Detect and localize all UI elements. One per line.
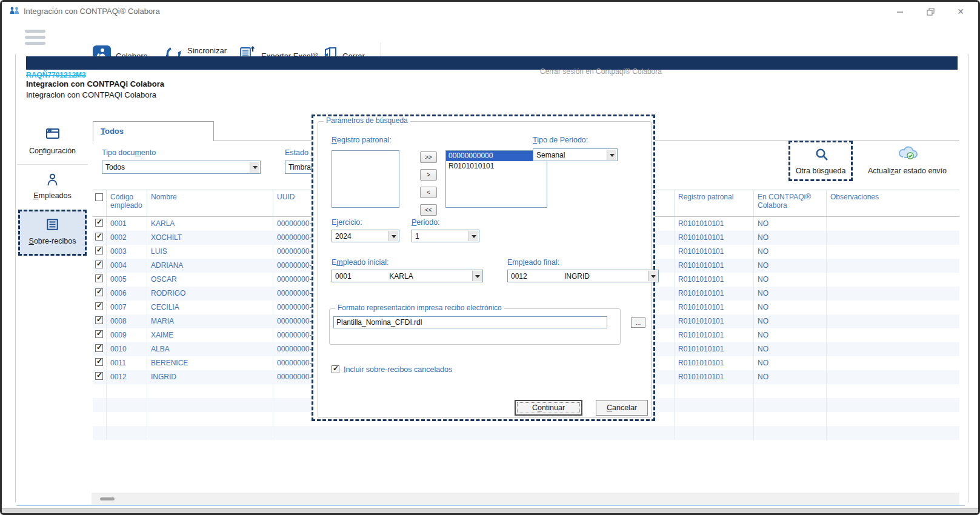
registro-patronal-item[interactable]: 00000000000 [446, 151, 547, 161]
actualizar-estado-envio-button[interactable]: Actualizar estado envío [855, 141, 959, 181]
receipts-list-icon [20, 219, 85, 230]
registro-patronal-label: Registro patronal: [332, 136, 392, 144]
select-all-checkbox[interactable] [95, 193, 103, 201]
actualizar-label: Actualizar estado envío [855, 167, 959, 175]
sidebar-label-configuracion: Configuración [17, 147, 88, 155]
company-rfc: RAQÑ7701212M3 [26, 71, 86, 79]
window-title: Integración con CONTPAQi® Colabora [24, 7, 160, 16]
row-checkbox[interactable] [95, 372, 103, 380]
close-button[interactable]: ✕ [948, 4, 973, 19]
header-codigo-empleado[interactable]: Código empleado [107, 190, 147, 216]
ejercicio-label: Ejercicio: [332, 218, 362, 227]
select-all-checkbox-cell [93, 190, 107, 216]
tipo-periodo-select[interactable]: Semanal [533, 148, 618, 161]
search-icon [815, 147, 829, 164]
app-window: Integración con CONTPAQi® Colabora ✕ Col… [0, 0, 980, 515]
periodo-value: 1 [415, 232, 467, 241]
sidebar-item-sobre-recibos[interactable]: Sobre-recibos [18, 210, 87, 256]
sidebar-label-sobre-recibos: Sobre-recibos [20, 237, 85, 245]
tipo-documento-select[interactable]: Todos [102, 161, 261, 174]
incluir-cancelados-label: Incluir sobre-recibos cancelados [344, 365, 452, 374]
frame-line-right [968, 54, 968, 502]
row-checkbox[interactable] [95, 316, 103, 324]
formato-title: Formato representación impresa recibo el… [335, 304, 504, 312]
continuar-button[interactable]: Continuar [515, 400, 582, 416]
ejercicio-select[interactable]: 2024 [332, 230, 399, 242]
chevron-down-icon[interactable] [250, 162, 259, 173]
search-dialog: Parámetros de búsqueda Registro patronal… [312, 115, 655, 421]
sidebar-item-configuracion[interactable]: Configuración [17, 120, 88, 164]
empleado-inicial-name: KARLA [332, 272, 470, 281]
frame-line-bottom [16, 505, 965, 506]
tab-todos-label: Todos [101, 127, 124, 136]
restore-button[interactable] [918, 4, 942, 19]
sidebar-label-empleados: Empleados [17, 191, 88, 200]
empleado-inicial-select[interactable]: 0001 KARLA [332, 270, 483, 282]
registro-available-list[interactable] [332, 150, 399, 208]
horizontal-scrollbar[interactable] [92, 493, 959, 505]
formato-input[interactable]: Plantilla_Nomina_CFDI.rdl [333, 316, 607, 328]
window-config-icon [17, 128, 88, 139]
row-checkbox[interactable] [95, 233, 103, 241]
tipo-periodo-value: Semanal [536, 151, 605, 159]
row-checkbox[interactable] [95, 288, 103, 296]
move-button[interactable]: < [420, 187, 437, 198]
tab-todos[interactable]: Todos [93, 121, 214, 141]
chevron-down-icon[interactable] [607, 150, 616, 160]
cloud-check-icon [898, 144, 919, 164]
table-row-empty [93, 426, 959, 440]
person-icon [17, 173, 88, 186]
window-bottom-strip [2, 508, 978, 515]
move-button[interactable]: >> [420, 151, 437, 163]
empleado-final-select[interactable]: 0012 INGRID [507, 270, 659, 282]
header-navy-band [26, 56, 958, 70]
otra-busqueda-button[interactable]: Otra búsqueda [788, 141, 853, 181]
header-nombre[interactable]: Nombre [147, 190, 273, 216]
move-button[interactable]: << [420, 204, 437, 216]
row-checkbox[interactable] [95, 261, 103, 268]
scrollbar-thumb[interactable] [100, 497, 115, 500]
row-checkbox[interactable] [95, 219, 103, 227]
chevron-down-icon[interactable] [468, 231, 478, 241]
window-titlebar: Integración con CONTPAQi® Colabora ✕ [2, 2, 978, 20]
row-checkbox[interactable] [95, 358, 103, 366]
chevron-down-icon[interactable] [648, 271, 658, 281]
sidebar-item-empleados[interactable]: Empleados [17, 165, 88, 209]
dialog-title: Parámetros de búsqueda [324, 116, 410, 125]
header-en-contpaqi-colabora[interactable]: En CONTPAQi® Colabora [754, 190, 827, 216]
sidebar: Configuración Empleados Sobre-recibos [17, 120, 88, 209]
empleado-final-name: INGRID [508, 272, 646, 281]
row-checkbox[interactable] [95, 344, 103, 352]
row-checkbox[interactable] [95, 330, 103, 338]
toolbar: Colabora Sincronizar información [2, 20, 978, 55]
row-checkbox[interactable] [95, 247, 103, 254]
registro-selected-list[interactable]: 00000000000R0101010101 [445, 150, 547, 208]
frame-line-left [15, 54, 16, 502]
chevron-down-icon[interactable] [388, 231, 398, 241]
row-checkbox[interactable] [95, 302, 103, 310]
tipo-documento-value: Todos [105, 163, 248, 171]
tipo-documento-label: Tipo documento [102, 148, 156, 157]
move-button[interactable]: > [420, 169, 437, 181]
cancelar-button[interactable]: Cancelar [596, 400, 648, 416]
sincronizar-label-line1: Sincronizar [187, 46, 228, 56]
periodo-label: Periodo: [412, 218, 440, 227]
logout-link[interactable]: Cerrar sesión en Contpaqi® Colabora [540, 67, 662, 76]
minimize-button[interactable] [888, 4, 912, 19]
empleado-inicial-label: Empleado inicial: [332, 258, 389, 267]
chevron-down-icon[interactable] [472, 271, 482, 281]
row-checkbox[interactable] [95, 274, 103, 282]
header-observaciones[interactable]: Observaciones [827, 190, 959, 216]
browse-button[interactable]: ... [631, 317, 645, 328]
header-registro-patronal[interactable]: Registro patronal [675, 190, 754, 216]
tipo-periodo-label: Tipo de Periodo: [533, 136, 588, 144]
company-name-bold: Integracion con CONTPAQi Colabora [26, 79, 164, 88]
periodo-select[interactable]: 1 [412, 230, 479, 242]
incluir-cancelados-checkbox[interactable] [332, 365, 339, 373]
otra-busqueda-label: Otra búsqueda [790, 167, 851, 175]
company-name: Integracion con CONTPAQi Colabora [26, 90, 156, 99]
registro-patronal-item[interactable]: R0101010101 [446, 161, 547, 171]
empleado-final-label: Empleado final: [507, 258, 559, 267]
ejercicio-value: 2024 [335, 232, 387, 241]
app-logo-icon [9, 6, 20, 18]
